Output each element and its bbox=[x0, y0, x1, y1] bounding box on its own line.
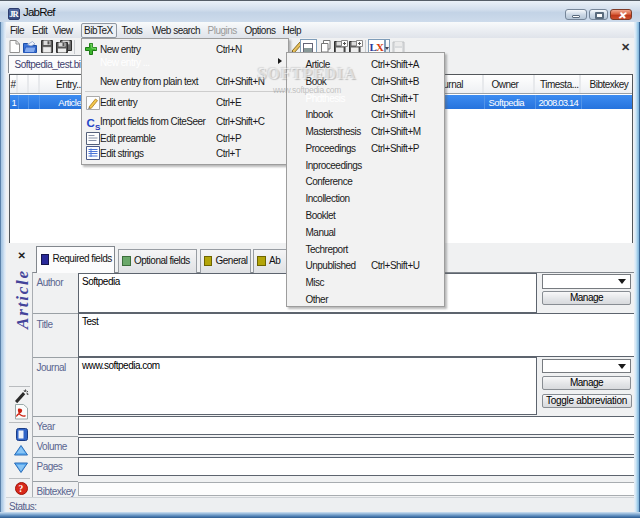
svg-text:?: ? bbox=[19, 484, 24, 494]
